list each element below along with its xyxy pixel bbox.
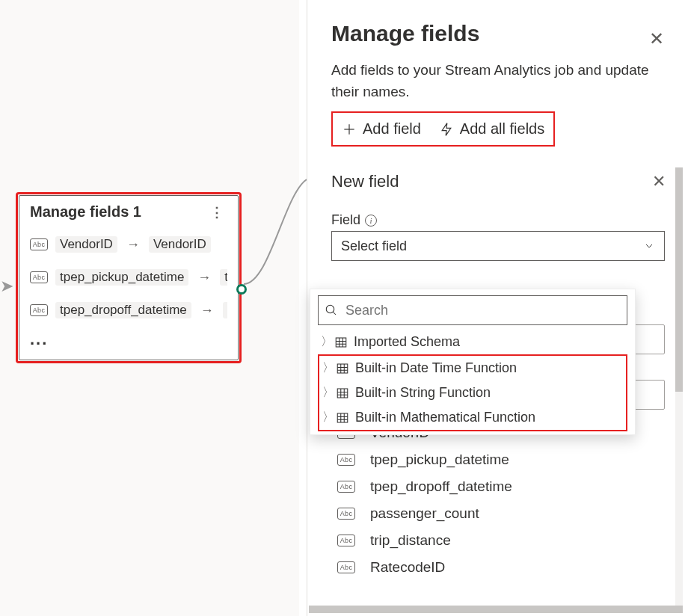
field-mapping-row: Abc VendorID → VendorID	[30, 228, 227, 261]
svg-point-2	[326, 305, 334, 313]
field-option[interactable]: Abctrip_distance	[337, 527, 666, 554]
abc-type-icon: Abc	[30, 271, 48, 283]
node-output-connector	[239, 164, 307, 299]
abc-type-icon: Abc	[337, 481, 355, 493]
schema-tree-item-math[interactable]: 〉 Built-in Mathematical Function	[319, 405, 626, 430]
scrollbar-thumb[interactable]	[675, 167, 683, 392]
table-icon	[336, 386, 349, 400]
schema-tree-item-datetime[interactable]: 〉 Built-in Date Time Function	[319, 356, 626, 381]
action-bar-highlight: Add field Add all fields	[331, 111, 555, 147]
search-icon	[325, 304, 338, 317]
chevron-right-icon: 〉	[322, 410, 333, 425]
builtin-functions-highlight: 〉 Built-in Date Time Function 〉 Built-in…	[318, 354, 627, 431]
add-field-button[interactable]: Add field	[339, 117, 424, 141]
abc-type-icon: Abc	[337, 561, 355, 573]
field-select[interactable]: Select field	[331, 231, 665, 261]
schema-tree-item-imported[interactable]: 〉 Imported Schema	[310, 330, 635, 354]
node-more-menu[interactable]: ⋮	[207, 208, 227, 217]
node-title: Manage fields 1	[30, 203, 141, 221]
abc-type-icon: Abc	[30, 238, 48, 250]
chevron-right-icon: 〉	[322, 385, 333, 401]
input-connector-arrow: ➤	[0, 277, 13, 296]
close-icon[interactable]: ✕	[649, 28, 664, 49]
chevron-right-icon: 〉	[321, 334, 331, 350]
table-icon	[336, 362, 349, 375]
horizontal-scrollbar-thumb[interactable]	[309, 606, 683, 613]
svg-rect-9	[337, 364, 348, 373]
field-label: Field i	[331, 212, 666, 228]
add-all-fields-button[interactable]: Add all fields	[436, 117, 547, 141]
panel-description: Add fields to your Stream Analytics job …	[331, 60, 653, 102]
table-icon	[334, 336, 348, 349]
arrow-right-icon: →	[126, 237, 140, 253]
info-icon[interactable]: i	[365, 215, 377, 227]
panel-scrollbar[interactable]	[675, 167, 683, 609]
plus-icon	[342, 122, 357, 137]
field-option[interactable]: AbcRatecodeID	[337, 554, 666, 581]
schema-tree-item-string[interactable]: 〉 Built-in String Function	[319, 381, 626, 405]
field-option[interactable]: Abctpep_pickup_datetime	[337, 446, 666, 473]
abc-type-icon: Abc	[337, 454, 355, 466]
dismiss-new-field-icon[interactable]: ✕	[652, 172, 666, 191]
manage-fields-node[interactable]: Manage fields 1 ⋮ Abc VendorID → VendorI…	[16, 192, 242, 363]
arrow-right-icon: →	[200, 303, 214, 318]
svg-rect-19	[337, 413, 348, 422]
field-option[interactable]: Abcpassenger_count	[337, 500, 666, 527]
lightning-icon	[439, 122, 454, 137]
svg-rect-14	[337, 389, 348, 398]
field-mapping-row: Abc tpep_pickup_datetime → tpe	[30, 261, 227, 294]
field-search-input[interactable]	[318, 295, 627, 325]
abc-type-icon: Abc	[337, 535, 355, 546]
abc-type-icon: Abc	[337, 508, 355, 520]
table-icon	[336, 411, 349, 425]
more-rows-ellipsis[interactable]: ...	[30, 327, 227, 355]
field-select-popover: 〉 Imported Schema 〉 Built-in Date Time F…	[310, 289, 636, 435]
svg-rect-4	[336, 338, 346, 347]
svg-line-3	[333, 312, 336, 315]
chevron-right-icon: 〉	[322, 360, 333, 376]
panel-title: Manage fields	[331, 21, 666, 46]
field-mapping-row: Abc tpep_dropoff_datetime → tp	[30, 294, 227, 327]
node-output-port[interactable]	[236, 284, 247, 295]
field-picker-list: AbcVendorID Abctpep_pickup_datetime Abct…	[331, 419, 666, 581]
new-field-heading: New field	[331, 172, 399, 191]
abc-type-icon: Abc	[30, 304, 48, 316]
arrow-right-icon: →	[197, 270, 211, 286]
chevron-down-icon	[643, 240, 655, 252]
field-option[interactable]: Abctpep_dropoff_datetime	[337, 473, 666, 500]
